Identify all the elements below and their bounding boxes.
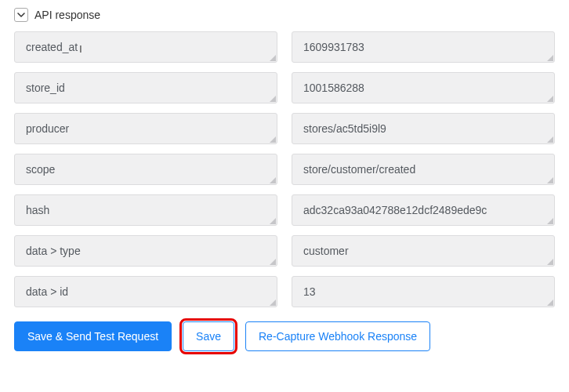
key-text: data > type — [26, 245, 81, 257]
value-text: 1609931783 — [303, 41, 364, 53]
expand-toggle[interactable] — [14, 8, 28, 22]
response-row: data > type customer — [14, 235, 555, 267]
value-text: 13 — [303, 285, 316, 298]
value-text: 1001586288 — [303, 82, 364, 94]
value-text: adc32ca93a042788e12dcf2489ede9c — [303, 204, 487, 216]
key-text: created_at — [26, 41, 78, 53]
value-field-scope[interactable]: store/customer/created — [292, 154, 555, 185]
value-field-producer[interactable]: stores/ac5td5i9l9 — [292, 113, 555, 144]
response-row: producer stores/ac5td5i9l9 — [14, 113, 555, 144]
value-field-data-id[interactable]: 13 — [292, 276, 555, 307]
value-text: customer — [303, 245, 349, 257]
value-field-data-type[interactable]: customer — [292, 235, 555, 267]
key-field-created-at[interactable]: created_atI — [14, 31, 277, 63]
key-field-data-id[interactable]: data > id — [14, 276, 277, 307]
key-text: scope — [26, 163, 55, 176]
save-button[interactable]: Save — [183, 321, 234, 351]
value-text: stores/ac5td5i9l9 — [303, 122, 386, 135]
chevron-down-icon — [17, 11, 25, 19]
text-cursor: I — [79, 44, 82, 55]
key-text: producer — [26, 122, 69, 135]
recapture-webhook-button[interactable]: Re-Capture Webhook Response — [245, 321, 430, 351]
response-row: scope store/customer/created — [14, 154, 555, 185]
save-send-test-button[interactable]: Save & Send Test Request — [14, 321, 172, 351]
key-field-hash[interactable]: hash — [14, 194, 277, 226]
key-field-producer[interactable]: producer — [14, 113, 277, 144]
key-field-data-type[interactable]: data > type — [14, 235, 277, 267]
section-title: API response — [34, 9, 100, 21]
value-field-store-id[interactable]: 1001586288 — [292, 72, 555, 103]
value-field-created-at[interactable]: 1609931783 — [292, 31, 555, 63]
button-bar: Save & Send Test Request Save Re-Capture… — [14, 321, 555, 351]
key-field-store-id[interactable]: store_id — [14, 72, 277, 103]
value-field-hash[interactable]: adc32ca93a042788e12dcf2489ede9c — [292, 194, 555, 226]
key-text: hash — [26, 204, 49, 216]
response-row: created_atI 1609931783 — [14, 31, 555, 63]
response-row: data > id 13 — [14, 276, 555, 307]
section-header: API response — [14, 8, 555, 22]
key-text: data > id — [26, 285, 68, 298]
key-text: store_id — [26, 82, 65, 94]
response-row: hash adc32ca93a042788e12dcf2489ede9c — [14, 194, 555, 226]
key-field-scope[interactable]: scope — [14, 154, 277, 185]
response-row: store_id 1001586288 — [14, 72, 555, 103]
value-text: store/customer/created — [303, 163, 415, 176]
